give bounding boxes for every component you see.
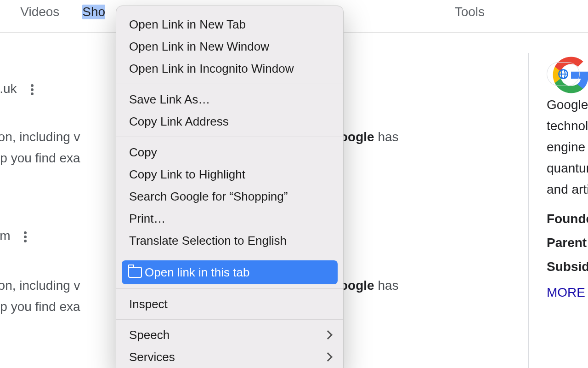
knowledge-panel: Google technol engine quantur and arti F… (547, 53, 588, 303)
ctx-translate[interactable]: Translate Selection to English (116, 230, 343, 252)
tab-shopping[interactable]: Sho (82, 5, 105, 19)
ctx-print[interactable]: Print… (116, 207, 343, 230)
ctx-inspect[interactable]: Inspect (116, 293, 343, 315)
result-bold-1: oogle has (340, 126, 399, 148)
result-url-com[interactable]: le.com (0, 225, 27, 247)
ctx-open-new-tab[interactable]: Open Link in New Tab (116, 13, 343, 35)
website-button[interactable] (547, 62, 580, 86)
ctx-separator (116, 319, 343, 320)
kp-divider (528, 53, 529, 368)
tab-icon (128, 267, 142, 278)
kp-line: engine (547, 137, 588, 158)
kp-line: Google (547, 94, 588, 115)
ctx-search-google[interactable]: Search Google for “Shopping” (116, 185, 343, 207)
result-url-uk[interactable]: le.co.uk (0, 78, 34, 99)
kp-line: technol (547, 115, 588, 137)
ctx-open-this-tab[interactable]: Open link in this tab (122, 260, 338, 284)
ctx-speech[interactable]: Speech (116, 324, 343, 346)
ctx-separator (116, 256, 343, 256)
ctx-copy[interactable]: Copy (116, 141, 343, 163)
ctx-save-link-as[interactable]: Save Link As… (116, 88, 343, 110)
ctx-open-incognito[interactable]: Open Link in Incognito Window (116, 58, 343, 80)
kp-founded: Founde (547, 208, 588, 230)
more-icon[interactable] (24, 236, 27, 238)
more-icon[interactable] (31, 88, 34, 91)
search-tabs: ws Videos Sho (0, 5, 105, 19)
ctx-copy-link-highlight[interactable]: Copy Link to Highlight (116, 163, 343, 185)
kp-more-link[interactable]: MORE (547, 282, 588, 303)
ctx-copy-link-address[interactable]: Copy Link Address (116, 110, 343, 132)
kp-line: quantur (547, 158, 588, 179)
ctx-separator (116, 137, 343, 137)
result-text-2b: s to help you find exa (0, 296, 80, 317)
tab-videos[interactable]: Videos (20, 5, 59, 19)
context-menu: Open Link in New Tab Open Link in New Wi… (116, 6, 344, 368)
tools-link[interactable]: Tools (455, 5, 485, 19)
kp-line: and arti (547, 179, 588, 200)
ctx-open-new-window[interactable]: Open Link in New Window (116, 35, 343, 58)
ctx-separator (116, 288, 343, 289)
result-text-1b: s to help you find exa (0, 148, 80, 169)
kp-parent: Parent (547, 232, 588, 253)
result-bold-2: oogle has (340, 275, 399, 296)
result-text-1a: formation, including v (0, 126, 80, 148)
ctx-services[interactable]: Services (116, 346, 343, 368)
result-text-2a: formation, including v (0, 275, 80, 296)
globe-icon (557, 68, 569, 80)
ctx-separator (116, 84, 343, 84)
kp-subsid: Subsid (547, 256, 588, 277)
